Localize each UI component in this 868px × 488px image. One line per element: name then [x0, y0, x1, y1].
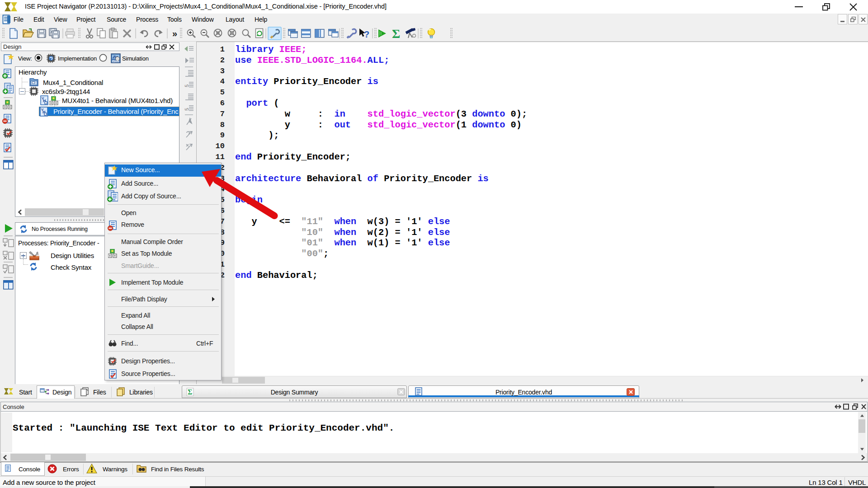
svg-text:ISim: ISim	[112, 59, 119, 63]
svg-text:?: ?	[364, 29, 369, 39]
svg-text:5: 5	[184, 108, 189, 111]
svg-text:»: »	[172, 28, 177, 38]
svg-text:Σ: Σ	[392, 27, 400, 41]
svg-text:5: 5	[184, 84, 189, 87]
